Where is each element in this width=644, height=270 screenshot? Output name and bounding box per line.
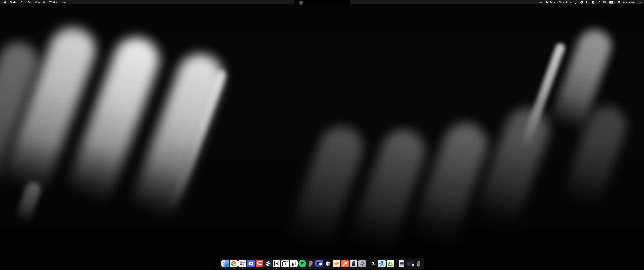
figma-icon	[307, 260, 314, 267]
chrome-core	[233, 263, 235, 265]
status-1password[interactable]	[598, 1, 600, 4]
postman-icon	[341, 260, 349, 267]
status-clock[interactable]: Mon 10 Mar 17:58	[623, 1, 642, 4]
dock-item-todoist[interactable]	[256, 260, 263, 267]
dock-item-discord[interactable]	[247, 260, 255, 267]
menu-bar-left: Finder File Edit View Go Window Help	[0, 0, 67, 6]
notion-icon: N	[273, 260, 280, 267]
status-grammarly[interactable]: g	[575, 1, 578, 3]
raycast-icon: raycast	[370, 260, 377, 267]
dock-item-raycast[interactable]: raycast	[370, 260, 377, 267]
dock-item-1password[interactable]	[378, 260, 386, 267]
chrome-icon	[230, 260, 238, 267]
dock-item-notion-calendar[interactable]: 10	[281, 260, 289, 267]
running-dot	[302, 268, 302, 269]
running-dot	[276, 268, 277, 269]
dock-item-linear[interactable]	[264, 260, 272, 267]
notch-now-playing-widget[interactable]	[294, 0, 350, 6]
visualizer-bar	[344, 3, 344, 4]
system-settings-icon	[358, 260, 366, 267]
time-label: 17:58	[636, 1, 642, 4]
reminder-bar-icon	[545, 1, 546, 3]
dock-item-postman[interactable]	[341, 260, 349, 267]
charging-bolt-icon	[611, 2, 612, 3]
menu-window[interactable]: Window	[48, 0, 59, 4]
dock-item-origami-cube[interactable]	[324, 260, 332, 267]
dock-item-chrome[interactable]	[230, 260, 238, 267]
menu-help[interactable]: Help	[59, 0, 67, 4]
status-battery[interactable]: 100%	[603, 1, 615, 4]
linear-sphere	[266, 261, 270, 266]
dock-separator	[396, 260, 396, 267]
dock-item-finder[interactable]	[221, 260, 229, 267]
menu-app-name[interactable]: Finder	[8, 0, 19, 6]
dock: N 10 g	[220, 258, 424, 269]
calendar-badge: 11	[412, 264, 414, 267]
grammarly-icon: g	[575, 1, 576, 3]
running-dot	[345, 268, 345, 269]
blob-badge-icon	[586, 1, 589, 4]
trash-icon	[415, 260, 422, 267]
running-dot	[242, 268, 243, 269]
desktop-wallpaper	[0, 0, 644, 270]
visualizer-bar	[346, 2, 346, 4]
visualizer-bar	[347, 3, 347, 4]
dock-item-grammarly[interactable]: g	[290, 260, 298, 267]
dock-item-notion[interactable]: N	[273, 260, 280, 267]
screenshot-thumbnail: 11	[406, 261, 414, 266]
menu-view[interactable]: View	[33, 0, 42, 4]
notion-calendar-icon: 10	[281, 260, 289, 267]
dock-item-document-file[interactable]	[398, 260, 406, 267]
phone-screen	[352, 261, 355, 266]
status-blob-badge[interactable]	[586, 1, 589, 4]
status-display[interactable]	[592, 1, 594, 4]
dock-item-spotify[interactable]	[298, 260, 306, 267]
document-file-icon	[398, 260, 406, 267]
google-drive-icon	[386, 260, 394, 267]
battery-cap	[614, 2, 615, 3]
apple-logo-icon	[4, 1, 6, 4]
dock-item-screen-studio[interactable]	[316, 260, 323, 267]
menu-edit[interactable]: Edit	[26, 0, 33, 4]
dock-item-iphone-mirroring[interactable]	[350, 260, 358, 267]
album-art	[299, 1, 303, 5]
iphone-mirroring-icon	[350, 260, 358, 267]
dock-item-figma[interactable]	[307, 260, 314, 267]
status-reminder[interactable]: Dar jantar do Chico · in 2 m	[545, 1, 572, 3]
dock-item-google-drive[interactable]	[386, 260, 394, 267]
menu-file[interactable]: File	[19, 0, 26, 4]
flower-aperture-icon	[580, 1, 583, 4]
page-image	[400, 262, 404, 266]
grammarly-dock-icon: g	[290, 260, 298, 267]
slack-icon	[238, 260, 246, 267]
dock-item-trash[interactable]	[415, 260, 422, 267]
status-control-center[interactable]	[618, 1, 620, 3]
status-flower[interactable]	[580, 1, 583, 4]
postico-elephant-icon	[332, 260, 340, 267]
dock-item-system-settings[interactable]	[358, 260, 366, 267]
origami-cube-icon	[324, 260, 332, 267]
battery-icon	[609, 1, 613, 4]
grammarly-glyph: g	[292, 261, 295, 266]
onepassword-dock-icon	[378, 260, 386, 267]
menu-go[interactable]: Go	[42, 0, 48, 4]
status-overflow-ellipsis[interactable]: •••	[539, 1, 542, 3]
running-dot	[225, 268, 226, 269]
date-label: Mon 10 Mar	[623, 1, 635, 4]
notion-calendar-glyph: 10	[283, 263, 286, 266]
dock-item-slack[interactable]	[238, 260, 246, 267]
linear-icon	[264, 260, 272, 267]
running-dot	[234, 268, 234, 269]
running-dot	[319, 268, 320, 269]
apple-menu[interactable]	[2, 1, 8, 4]
control-center-icon	[618, 1, 620, 3]
dogear-shape	[403, 260, 404, 262]
menu-bar-status: ••• Dar jantar do Chico · in 2 m g	[539, 1, 644, 4]
visualizer-bar	[345, 3, 345, 4]
running-dot	[285, 268, 286, 269]
display-mirroring-icon	[592, 1, 594, 4]
dock-item-screenshot-file[interactable]: 11	[406, 260, 414, 267]
spotify-icon	[298, 260, 306, 267]
dock-separator	[368, 260, 368, 267]
dock-item-postico[interactable]	[332, 260, 340, 267]
